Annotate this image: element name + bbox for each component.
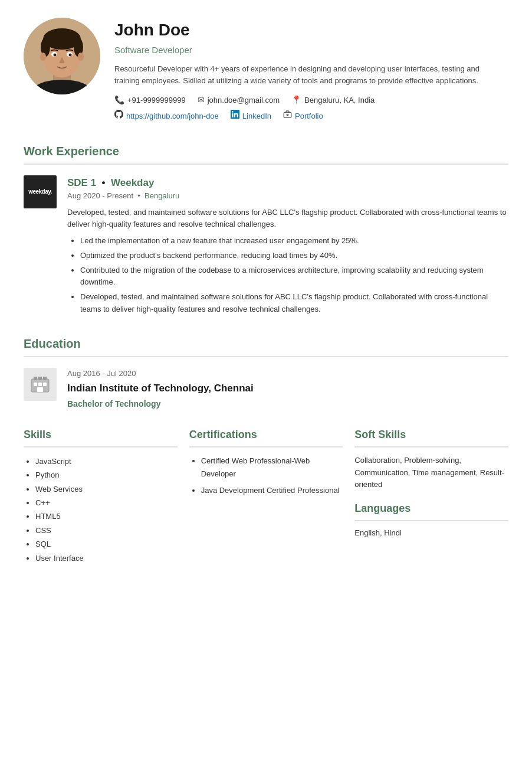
education-title: Education <box>24 335 508 357</box>
soft-skills-title: Soft Skills <box>354 427 508 447</box>
work-meta: Aug 2020 - Present • Bengaluru <box>67 190 508 202</box>
location-contact: 📍 Bengaluru, KA, India <box>291 94 375 106</box>
edu-dates: Aug 2016 - Jul 2020 <box>67 368 508 380</box>
skill-item: User Interface <box>35 551 178 565</box>
skill-item: CSS <box>35 524 178 537</box>
cert-item: Certified Web Professional-Web Developer <box>201 455 343 481</box>
candidate-title: Software Developer <box>114 44 508 57</box>
soft-skills-column: Soft Skills Collaboration, Problem-solvi… <box>354 427 508 565</box>
contact-row-2: https://github.com/john-doe LinkedIn Por… <box>114 110 508 122</box>
svg-rect-22 <box>43 383 47 386</box>
portfolio-contact[interactable]: Portfolio <box>283 110 323 122</box>
avatar-container <box>24 18 100 94</box>
phone-contact: 📞 +91-9999999999 <box>114 94 186 106</box>
svg-point-8 <box>78 53 84 61</box>
bottom-columns: Skills JavaScript Python Web Services C+… <box>24 427 508 565</box>
work-role-title: SDE 1 <box>67 177 96 188</box>
work-bullet: Developed, tested, and maintained softwa… <box>80 291 508 316</box>
candidate-bio: Resourceful Developer with 4+ years of e… <box>114 63 492 87</box>
skills-title: Skills <box>24 427 178 447</box>
github-contact[interactable]: https://github.com/john-doe <box>114 110 219 122</box>
work-bullets-list: Led the implementation of a new feature … <box>67 235 508 316</box>
header-info: John Doe Software Developer Resourceful … <box>114 18 508 126</box>
github-link[interactable]: https://github.com/john-doe <box>126 110 219 122</box>
portfolio-icon <box>283 110 292 122</box>
work-bullet: Contributed to the migration of the code… <box>80 264 508 289</box>
languages-title: Languages <box>354 501 508 521</box>
github-icon <box>114 110 123 122</box>
svg-point-7 <box>40 53 46 61</box>
edu-degree: Bachelor of Technology <box>67 398 508 410</box>
work-item: weekday. SDE 1 • Weekday Aug 2020 - Pres… <box>24 175 508 318</box>
company-logo: weekday. <box>24 175 57 208</box>
skill-item: Python <box>35 468 178 482</box>
svg-rect-20 <box>34 383 37 386</box>
work-bullet: Led the implementation of a new feature … <box>80 235 508 247</box>
svg-rect-23 <box>37 387 43 392</box>
svg-rect-17 <box>34 377 37 380</box>
company-logo-text: weekday. <box>28 188 52 195</box>
education-section: Education Aug 2016 - Jul 2020 Indian Ins… <box>24 335 508 410</box>
work-dates: Aug 2020 - Present <box>67 191 133 200</box>
skills-column: Skills JavaScript Python Web Services C+… <box>24 427 178 565</box>
work-company-name: Weekday <box>111 177 154 188</box>
work-content: SDE 1 • Weekday Aug 2020 - Present • Ben… <box>67 175 508 318</box>
work-bullet: Optimized the product's backend performa… <box>80 250 508 262</box>
edu-logo <box>24 368 57 401</box>
svg-point-11 <box>54 54 57 57</box>
location-icon: 📍 <box>291 94 301 106</box>
avatar <box>24 18 100 94</box>
email-contact: ✉ john.doe@gmail.com <box>198 94 280 106</box>
svg-rect-19 <box>43 377 47 380</box>
linkedin-icon <box>231 110 239 122</box>
skill-item: JavaScript <box>35 455 178 468</box>
skills-list: JavaScript Python Web Services C++ HTML5… <box>24 455 178 565</box>
cert-item: Java Development Certified Professional <box>201 484 343 497</box>
resume-header: John Doe Software Developer Resourceful … <box>24 18 508 126</box>
certifications-title: Certifications <box>189 427 343 447</box>
work-role: SDE 1 • Weekday <box>67 175 508 191</box>
portfolio-link[interactable]: Portfolio <box>295 110 323 122</box>
svg-rect-21 <box>38 383 42 386</box>
certifications-column: Certifications Certified Web Professiona… <box>189 427 343 565</box>
svg-rect-18 <box>38 377 42 380</box>
phone-icon: 📞 <box>114 94 124 106</box>
work-experience-section: Work Experience weekday. SDE 1 • Weekday… <box>24 142 508 318</box>
email-icon: ✉ <box>198 94 205 106</box>
skill-item: Web Services <box>35 482 178 496</box>
education-item: Aug 2016 - Jul 2020 Indian Institute of … <box>24 368 508 410</box>
skill-item: HTML5 <box>35 509 178 523</box>
certifications-list: Certified Web Professional-Web Developer… <box>189 455 343 497</box>
linkedin-contact[interactable]: LinkedIn <box>231 110 271 122</box>
work-experience-title: Work Experience <box>24 142 508 165</box>
work-location: Bengaluru <box>145 191 179 200</box>
edu-institution: Indian Institute of Technology, Chennai <box>67 381 508 396</box>
phone-number: +91-9999999999 <box>127 94 186 106</box>
svg-point-12 <box>69 54 72 57</box>
skill-item: C++ <box>35 496 178 509</box>
location-text: Bengaluru, KA, India <box>304 94 375 106</box>
linkedin-link[interactable]: LinkedIn <box>242 110 271 122</box>
candidate-name: John Doe <box>114 18 508 43</box>
email-address: john.doe@gmail.com <box>208 94 280 106</box>
work-description: Developed, tested, and maintained softwa… <box>67 207 508 230</box>
contact-row-1: 📞 +91-9999999999 ✉ john.doe@gmail.com 📍 … <box>114 94 508 106</box>
languages-text: English, Hindi <box>354 527 508 539</box>
soft-skills-text: Collaboration, Problem-solving, Communic… <box>354 455 508 491</box>
edu-content: Aug 2016 - Jul 2020 Indian Institute of … <box>67 368 508 410</box>
skill-item: SQL <box>35 537 178 551</box>
